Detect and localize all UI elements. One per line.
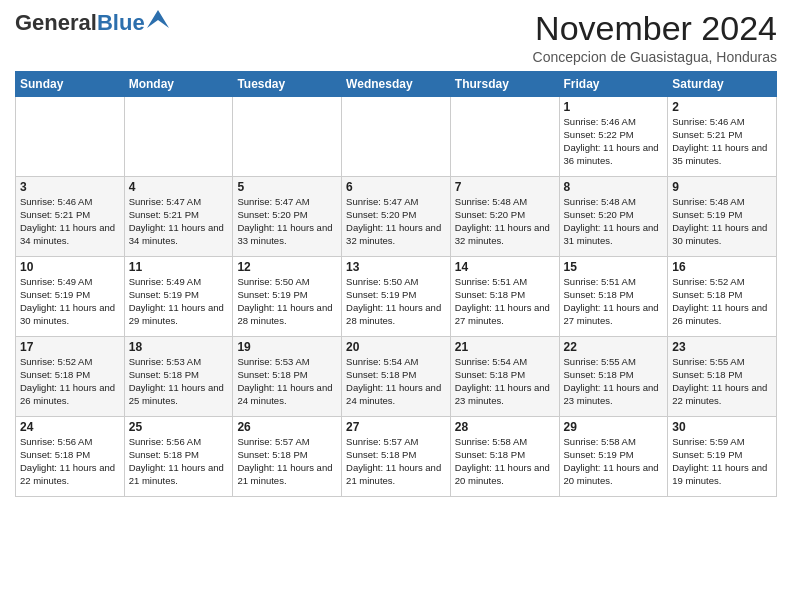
day-info: Sunrise: 5:54 AM Sunset: 5:18 PM Dayligh… [455, 356, 555, 407]
calendar-cell: 7Sunrise: 5:48 AM Sunset: 5:20 PM Daylig… [450, 177, 559, 257]
day-number: 26 [237, 420, 337, 434]
day-number: 1 [564, 100, 664, 114]
calendar-cell: 24Sunrise: 5:56 AM Sunset: 5:18 PM Dayli… [16, 417, 125, 497]
day-number: 7 [455, 180, 555, 194]
calendar-cell: 19Sunrise: 5:53 AM Sunset: 5:18 PM Dayli… [233, 337, 342, 417]
calendar-cell: 20Sunrise: 5:54 AM Sunset: 5:18 PM Dayli… [342, 337, 451, 417]
day-info: Sunrise: 5:55 AM Sunset: 5:18 PM Dayligh… [672, 356, 772, 407]
day-number: 29 [564, 420, 664, 434]
day-number: 13 [346, 260, 446, 274]
calendar-cell: 27Sunrise: 5:57 AM Sunset: 5:18 PM Dayli… [342, 417, 451, 497]
day-number: 30 [672, 420, 772, 434]
calendar-cell: 30Sunrise: 5:59 AM Sunset: 5:19 PM Dayli… [668, 417, 777, 497]
day-number: 11 [129, 260, 229, 274]
day-info: Sunrise: 5:51 AM Sunset: 5:18 PM Dayligh… [564, 276, 664, 327]
day-info: Sunrise: 5:54 AM Sunset: 5:18 PM Dayligh… [346, 356, 446, 407]
day-info: Sunrise: 5:52 AM Sunset: 5:18 PM Dayligh… [672, 276, 772, 327]
day-number: 8 [564, 180, 664, 194]
day-of-week-header: Friday [559, 72, 668, 97]
calendar-cell [16, 97, 125, 177]
logo-bird-icon [147, 10, 169, 28]
day-of-week-header: Thursday [450, 72, 559, 97]
day-info: Sunrise: 5:46 AM Sunset: 5:22 PM Dayligh… [564, 116, 664, 167]
day-number: 27 [346, 420, 446, 434]
day-info: Sunrise: 5:55 AM Sunset: 5:18 PM Dayligh… [564, 356, 664, 407]
title-area: November 2024 Concepcion de Guasistagua,… [533, 10, 777, 65]
calendar-cell: 22Sunrise: 5:55 AM Sunset: 5:18 PM Dayli… [559, 337, 668, 417]
calendar-cell: 21Sunrise: 5:54 AM Sunset: 5:18 PM Dayli… [450, 337, 559, 417]
day-number: 4 [129, 180, 229, 194]
day-number: 17 [20, 340, 120, 354]
day-info: Sunrise: 5:49 AM Sunset: 5:19 PM Dayligh… [129, 276, 229, 327]
day-number: 5 [237, 180, 337, 194]
day-number: 28 [455, 420, 555, 434]
day-of-week-header: Saturday [668, 72, 777, 97]
page-header: General Blue November 2024 Concepcion de… [15, 10, 777, 65]
day-number: 10 [20, 260, 120, 274]
day-number: 25 [129, 420, 229, 434]
day-info: Sunrise: 5:46 AM Sunset: 5:21 PM Dayligh… [672, 116, 772, 167]
day-info: Sunrise: 5:47 AM Sunset: 5:21 PM Dayligh… [129, 196, 229, 247]
day-number: 6 [346, 180, 446, 194]
day-info: Sunrise: 5:58 AM Sunset: 5:19 PM Dayligh… [564, 436, 664, 487]
calendar-cell: 15Sunrise: 5:51 AM Sunset: 5:18 PM Dayli… [559, 257, 668, 337]
logo-blue: Blue [97, 10, 145, 36]
calendar-cell: 8Sunrise: 5:48 AM Sunset: 5:20 PM Daylig… [559, 177, 668, 257]
calendar-cell: 25Sunrise: 5:56 AM Sunset: 5:18 PM Dayli… [124, 417, 233, 497]
day-number: 2 [672, 100, 772, 114]
calendar-week-row: 24Sunrise: 5:56 AM Sunset: 5:18 PM Dayli… [16, 417, 777, 497]
calendar-cell [450, 97, 559, 177]
day-number: 15 [564, 260, 664, 274]
day-of-week-header: Wednesday [342, 72, 451, 97]
day-info: Sunrise: 5:49 AM Sunset: 5:19 PM Dayligh… [20, 276, 120, 327]
logo-general: General [15, 10, 97, 36]
day-info: Sunrise: 5:57 AM Sunset: 5:18 PM Dayligh… [237, 436, 337, 487]
day-info: Sunrise: 5:47 AM Sunset: 5:20 PM Dayligh… [237, 196, 337, 247]
calendar-cell: 4Sunrise: 5:47 AM Sunset: 5:21 PM Daylig… [124, 177, 233, 257]
calendar-cell: 26Sunrise: 5:57 AM Sunset: 5:18 PM Dayli… [233, 417, 342, 497]
calendar-cell: 1Sunrise: 5:46 AM Sunset: 5:22 PM Daylig… [559, 97, 668, 177]
calendar-cell: 18Sunrise: 5:53 AM Sunset: 5:18 PM Dayli… [124, 337, 233, 417]
day-info: Sunrise: 5:58 AM Sunset: 5:18 PM Dayligh… [455, 436, 555, 487]
day-number: 21 [455, 340, 555, 354]
calendar-cell [342, 97, 451, 177]
calendar-cell: 28Sunrise: 5:58 AM Sunset: 5:18 PM Dayli… [450, 417, 559, 497]
day-info: Sunrise: 5:59 AM Sunset: 5:19 PM Dayligh… [672, 436, 772, 487]
calendar-cell: 2Sunrise: 5:46 AM Sunset: 5:21 PM Daylig… [668, 97, 777, 177]
day-info: Sunrise: 5:48 AM Sunset: 5:20 PM Dayligh… [564, 196, 664, 247]
calendar-cell: 23Sunrise: 5:55 AM Sunset: 5:18 PM Dayli… [668, 337, 777, 417]
calendar-cell [233, 97, 342, 177]
calendar-cell: 9Sunrise: 5:48 AM Sunset: 5:19 PM Daylig… [668, 177, 777, 257]
calendar-week-row: 17Sunrise: 5:52 AM Sunset: 5:18 PM Dayli… [16, 337, 777, 417]
calendar-cell: 13Sunrise: 5:50 AM Sunset: 5:19 PM Dayli… [342, 257, 451, 337]
day-info: Sunrise: 5:56 AM Sunset: 5:18 PM Dayligh… [129, 436, 229, 487]
day-number: 3 [20, 180, 120, 194]
calendar-cell: 11Sunrise: 5:49 AM Sunset: 5:19 PM Dayli… [124, 257, 233, 337]
day-of-week-header: Sunday [16, 72, 125, 97]
day-number: 14 [455, 260, 555, 274]
calendar-week-row: 3Sunrise: 5:46 AM Sunset: 5:21 PM Daylig… [16, 177, 777, 257]
day-number: 18 [129, 340, 229, 354]
calendar-cell: 10Sunrise: 5:49 AM Sunset: 5:19 PM Dayli… [16, 257, 125, 337]
calendar-week-row: 1Sunrise: 5:46 AM Sunset: 5:22 PM Daylig… [16, 97, 777, 177]
calendar-cell: 6Sunrise: 5:47 AM Sunset: 5:20 PM Daylig… [342, 177, 451, 257]
calendar-cell: 12Sunrise: 5:50 AM Sunset: 5:19 PM Dayli… [233, 257, 342, 337]
day-info: Sunrise: 5:53 AM Sunset: 5:18 PM Dayligh… [237, 356, 337, 407]
day-info: Sunrise: 5:48 AM Sunset: 5:20 PM Dayligh… [455, 196, 555, 247]
day-number: 12 [237, 260, 337, 274]
day-info: Sunrise: 5:48 AM Sunset: 5:19 PM Dayligh… [672, 196, 772, 247]
location: Concepcion de Guasistagua, Honduras [533, 49, 777, 65]
calendar-cell: 17Sunrise: 5:52 AM Sunset: 5:18 PM Dayli… [16, 337, 125, 417]
calendar-header-row: SundayMondayTuesdayWednesdayThursdayFrid… [16, 72, 777, 97]
day-info: Sunrise: 5:56 AM Sunset: 5:18 PM Dayligh… [20, 436, 120, 487]
day-info: Sunrise: 5:46 AM Sunset: 5:21 PM Dayligh… [20, 196, 120, 247]
svg-marker-0 [147, 10, 169, 28]
day-info: Sunrise: 5:53 AM Sunset: 5:18 PM Dayligh… [129, 356, 229, 407]
calendar-cell: 5Sunrise: 5:47 AM Sunset: 5:20 PM Daylig… [233, 177, 342, 257]
day-number: 9 [672, 180, 772, 194]
month-title: November 2024 [533, 10, 777, 47]
calendar-cell: 16Sunrise: 5:52 AM Sunset: 5:18 PM Dayli… [668, 257, 777, 337]
day-info: Sunrise: 5:47 AM Sunset: 5:20 PM Dayligh… [346, 196, 446, 247]
day-info: Sunrise: 5:50 AM Sunset: 5:19 PM Dayligh… [346, 276, 446, 327]
day-info: Sunrise: 5:50 AM Sunset: 5:19 PM Dayligh… [237, 276, 337, 327]
